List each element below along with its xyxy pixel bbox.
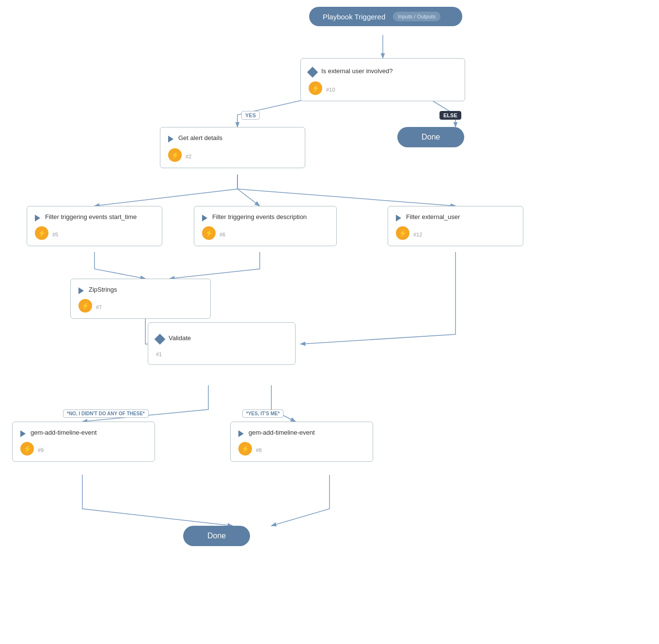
trigger-node: Playbook Triggered Inputs / Outputs	[309, 7, 462, 26]
filter-description-node: Filter triggering events description ⚡ #…	[194, 206, 337, 246]
diamond-icon	[307, 66, 318, 78]
done-top-node: Done	[397, 127, 464, 147]
gem-add-left-title: gem-add-timeline-event	[31, 429, 97, 436]
gem-add-right-id: #8	[256, 447, 262, 453]
get-alert-id: #2	[186, 154, 191, 159]
no-badge: *NO, I DIDN'T DO ANY OF THESE*	[63, 409, 149, 418]
diamond-icon-validate	[155, 333, 166, 345]
chevron-icon-gem-right	[238, 430, 244, 437]
is-external-node: Is external user involved? ⚡ #10	[300, 58, 465, 101]
gem-add-left-id: #9	[38, 447, 44, 453]
trigger-title: Playbook Triggered	[323, 13, 385, 21]
chevron-icon-get-alert	[168, 136, 173, 142]
filter-external-id: #12	[413, 232, 422, 237]
lightning-icon-2: ⚡	[168, 148, 182, 162]
zipstrings-node: ZipStrings ⚡ #7	[70, 279, 211, 319]
filter-start-id: #5	[52, 232, 58, 237]
filter-desc-id: #6	[220, 232, 225, 237]
lightning-icon: ⚡	[309, 81, 322, 95]
filter-external-node: Filter external_user ⚡ #12	[388, 206, 523, 246]
zipstrings-id: #7	[96, 304, 102, 310]
else-badge: ELSE	[439, 111, 461, 120]
flowchart-canvas: Playbook Triggered Inputs / Outputs Is e…	[0, 0, 659, 644]
validate-title: Validate	[169, 334, 191, 342]
chevron-icon-gem-left	[20, 430, 26, 437]
gem-add-right-title: gem-add-timeline-event	[249, 429, 315, 436]
gem-add-left-node: gem-add-timeline-event ⚡ #9	[12, 422, 155, 462]
yes-badge: YES	[241, 111, 260, 120]
lightning-icon-12: ⚡	[396, 226, 409, 240]
is-external-title: Is external user involved?	[321, 67, 392, 75]
get-alert-title: Get alert details	[178, 134, 222, 141]
validate-id: #1	[156, 351, 162, 357]
chevron-icon-zip	[78, 287, 84, 294]
chevron-icon-filter-start	[35, 215, 40, 221]
filter-desc-title: Filter triggering events description	[212, 213, 307, 220]
filter-start-time-node: Filter triggering events start_time ⚡ #5	[27, 206, 162, 246]
chevron-icon-filter-ext	[396, 215, 401, 221]
done-bottom-node: Done	[183, 526, 250, 546]
zipstrings-title: ZipStrings	[89, 286, 117, 293]
validate-node: Validate #1	[148, 322, 296, 365]
lightning-icon-7: ⚡	[78, 299, 92, 313]
lightning-icon-9: ⚡	[20, 442, 34, 456]
yes-its-me-badge: *YES, IT'S ME*	[242, 409, 283, 418]
inputs-outputs-button[interactable]: Inputs / Outputs	[393, 12, 440, 21]
is-external-id: #10	[326, 87, 335, 93]
gem-add-right-node: gem-add-timeline-event ⚡ #8	[230, 422, 373, 462]
lightning-icon-6: ⚡	[202, 226, 216, 240]
chevron-icon-filter-desc	[202, 215, 207, 221]
lightning-icon-8: ⚡	[238, 442, 252, 456]
get-alert-node: Get alert details ⚡ #2	[160, 127, 305, 168]
filter-start-title: Filter triggering events start_time	[45, 213, 137, 220]
filter-external-title: Filter external_user	[406, 213, 460, 220]
lightning-icon-5: ⚡	[35, 226, 48, 240]
